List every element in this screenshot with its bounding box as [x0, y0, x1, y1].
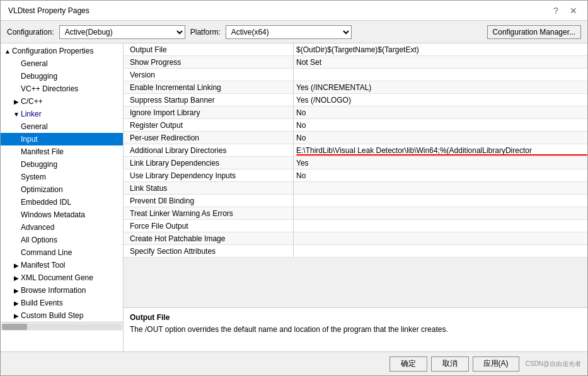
tree-item-linker-advanced[interactable]: Advanced: [1, 221, 123, 234]
tree-label: Windows Metadata: [21, 210, 85, 219]
prop-row-register-output: Register Output No: [124, 119, 587, 132]
info-panel: Output File The /OUT option overrides th…: [124, 307, 587, 351]
prop-value-ignore-import: No: [294, 106, 587, 118]
prop-value-add-lib-dirs: E:\ThirdLib\Visual Leak Detector\lib\Win…: [294, 144, 587, 156]
config-manager-button[interactable]: Configuration Manager...: [487, 25, 581, 39]
prop-value-use-lib-inputs: No: [294, 169, 587, 181]
tree-item-linker-general[interactable]: General: [1, 120, 123, 133]
prop-name-per-user: Per-user Redirection: [124, 132, 294, 144]
platform-label: Platform:: [190, 28, 221, 37]
tree-label: Optimization: [21, 185, 63, 194]
tree-label: Command Line: [21, 248, 72, 257]
prop-value-output-file: $(OutDir)$(TargetName)$(TargetExt): [294, 43, 587, 55]
prop-name-treat-warning: Treat Linker Warning As Errors: [124, 207, 294, 219]
prop-row-treat-warning: Treat Linker Warning As Errors: [124, 207, 587, 220]
expand-icon: ▶: [12, 287, 21, 294]
prop-name-link-lib-dep: Link Library Dependencies: [124, 157, 294, 169]
prop-name-prevent-dll: Prevent Dll Binding: [124, 195, 294, 207]
config-select[interactable]: Active(Debug): [59, 25, 185, 39]
prop-value-section-attrs: [294, 245, 587, 257]
tree-label: Advanced: [21, 223, 54, 232]
prop-name-suppress-banner: Suppress Startup Banner: [124, 94, 294, 106]
info-text: The /OUT option overrides the default na…: [130, 324, 581, 335]
left-panel: ▲ Configuration Properties General Debug…: [1, 43, 124, 351]
tree-item-linker-opt[interactable]: Optimization: [1, 183, 123, 196]
tree-item-linker-allopts[interactable]: All Options: [1, 234, 123, 246]
tree-label: C/C++: [21, 97, 43, 106]
expand-icon: ▲: [3, 48, 12, 55]
tree-item-vc-dirs[interactable]: VC++ Directories: [1, 83, 123, 95]
tree-label: Debugging: [21, 72, 57, 81]
tree-item-build-events[interactable]: ▶ Build Events: [1, 297, 123, 309]
tree-label: General: [21, 122, 48, 131]
prop-value-suppress-banner: Yes (/NOLOGO): [294, 94, 587, 106]
platform-select[interactable]: Active(x64): [226, 25, 352, 39]
dialog-title: VLDtest Property Pages: [8, 6, 89, 15]
prop-row-force-file: Force File Output: [124, 220, 587, 232]
props-table: Output File $(OutDir)$(TargetName)$(Targ…: [124, 43, 587, 307]
apply-button[interactable]: 应用(A): [473, 356, 519, 372]
prop-row-ignore-import: Ignore Import Library No: [124, 106, 587, 119]
tree-label: Configuration Properties: [12, 47, 93, 55]
prop-value-link-status: [294, 182, 587, 194]
prop-row-prevent-dll: Prevent Dll Binding: [124, 195, 587, 207]
prop-row-add-lib-dirs: Additional Library Directories E:\ThirdL…: [124, 144, 587, 157]
tree-item-debugging[interactable]: Debugging: [1, 70, 123, 83]
tree-item-config-props[interactable]: ▲ Configuration Properties: [1, 45, 123, 57]
tree-item-linker[interactable]: ▼ Linker: [1, 108, 123, 120]
expand-icon: ▶: [12, 98, 21, 105]
left-scrollbar[interactable]: [1, 322, 123, 331]
prop-row-version: Version: [124, 69, 587, 81]
prop-row-use-lib-inputs: Use Library Dependency Inputs No: [124, 169, 587, 182]
tree-item-linker-debug[interactable]: Debugging: [1, 158, 123, 171]
prop-name-use-lib-inputs: Use Library Dependency Inputs: [124, 169, 294, 181]
tree-item-linker-embedded[interactable]: Embedded IDL: [1, 196, 123, 208]
tree-label: Embedded IDL: [21, 198, 71, 207]
cancel-button[interactable]: 取消: [431, 356, 469, 372]
tree-label: Manifest Tool: [21, 261, 65, 270]
tree-label: Debugging: [21, 160, 57, 169]
tree-item-linker-cmdline[interactable]: Command Line: [1, 246, 123, 259]
tree-label: Build Events: [21, 299, 63, 307]
tree-item-linker-winmeta[interactable]: Windows Metadata: [1, 208, 123, 221]
prop-value-per-user: No: [294, 132, 587, 144]
prop-row-link-status: Link Status: [124, 182, 587, 195]
prop-value-link-lib-dep: Yes: [294, 157, 587, 169]
tree-item-linker-system[interactable]: System: [1, 171, 123, 183]
tree-label: Custom Build Step: [21, 311, 83, 320]
watermark-text: CSDN@自由追光者: [526, 360, 582, 368]
tree-item-linker-input[interactable]: Input: [1, 133, 123, 145]
prop-name-force-file: Force File Output: [124, 220, 294, 232]
prop-name-version: Version: [124, 69, 294, 81]
prop-row-show-progress: Show Progress Not Set: [124, 56, 587, 69]
prop-name-add-lib-dirs: Additional Library Directories: [124, 144, 294, 156]
tree-label: All Options: [21, 236, 57, 244]
prop-value-treat-warning: [294, 207, 587, 219]
prop-value-register-output: No: [294, 119, 587, 131]
ok-button[interactable]: 确定: [389, 356, 427, 372]
prop-row-hot-patch: Create Hot Patchable Image: [124, 232, 587, 245]
config-label: Configuration:: [7, 28, 54, 37]
close-button[interactable]: ✕: [567, 4, 580, 17]
tree-label: System: [21, 173, 46, 181]
tree-label: VC++ Directories: [21, 84, 78, 93]
expand-icon: ▶: [12, 262, 21, 269]
tree-item-xml-doc[interactable]: ▶ XML Document Gene: [1, 271, 123, 284]
expand-icon: ▶: [12, 300, 21, 307]
tree-item-cpp[interactable]: ▶ C/C++: [1, 95, 123, 108]
tree-item-browse-info[interactable]: ▶ Browse Information: [1, 284, 123, 297]
expand-icon: ▶: [12, 275, 21, 282]
help-button[interactable]: ?: [550, 4, 562, 17]
prop-value-prevent-dll: [294, 195, 587, 207]
title-bar-buttons: ? ✕: [550, 4, 580, 17]
prop-row-section-attrs: Specify Section Attributes: [124, 245, 587, 258]
tree-item-manifest-tool[interactable]: ▶ Manifest Tool: [1, 259, 123, 271]
tree-item-custom-build[interactable]: ▶ Custom Build Step: [1, 309, 123, 322]
prop-name-ignore-import: Ignore Import Library: [124, 106, 294, 118]
tree-item-linker-manifest[interactable]: Manifest File: [1, 145, 123, 158]
config-bar: Configuration: Active(Debug) Platform: A…: [1, 21, 587, 43]
tree-item-general[interactable]: General: [1, 57, 123, 70]
prop-name-section-attrs: Specify Section Attributes: [124, 245, 294, 257]
prop-name-show-progress: Show Progress: [124, 56, 294, 68]
prop-name-output-file: Output File: [124, 43, 294, 55]
